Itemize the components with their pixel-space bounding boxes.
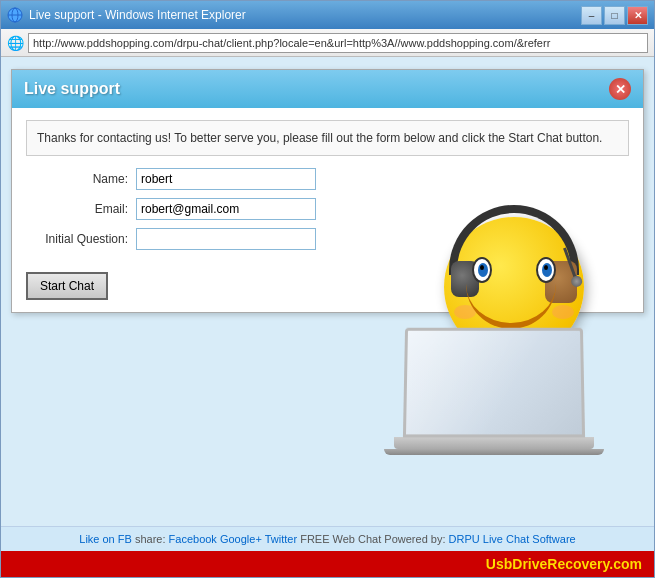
start-chat-button[interactable]: Start Chat <box>26 272 108 300</box>
footer-bar: Like on FB share: Facebook Google+ Twitt… <box>1 526 654 551</box>
googleplus-link[interactable]: Google+ <box>220 533 262 545</box>
content-area: Live support ✕ Thanks for contacting us!… <box>1 57 654 551</box>
minimize-button[interactable]: – <box>581 6 602 25</box>
pupil-right <box>542 263 552 277</box>
name-label: Name: <box>26 172 136 186</box>
drpu-link[interactable]: DRPU Live Chat Software <box>449 533 576 545</box>
name-input[interactable] <box>136 168 316 190</box>
mic-arm <box>563 247 578 281</box>
like-fb-link[interactable]: Like on FB <box>79 533 132 545</box>
cheek-right <box>552 305 574 319</box>
twitter-link[interactable]: Twitter <box>265 533 297 545</box>
close-window-button[interactable]: ✕ <box>627 6 648 25</box>
maximize-button[interactable]: □ <box>604 6 625 25</box>
mic-tip <box>570 274 584 288</box>
browser-icon <box>7 7 23 23</box>
name-row: Name: <box>26 168 629 190</box>
panel-header: Live support ✕ <box>12 70 643 108</box>
browser-window: Live support - Windows Internet Explorer… <box>0 0 655 578</box>
info-text: Thanks for contacting us! To better serv… <box>26 120 629 156</box>
window-controls: – □ ✕ <box>581 6 648 25</box>
question-label: Initial Question: <box>26 232 136 246</box>
address-bar: 🌐 <box>1 29 654 57</box>
eye-left <box>472 257 492 283</box>
question-input[interactable] <box>136 228 316 250</box>
mascot-area <box>334 197 634 537</box>
email-input[interactable] <box>136 198 316 220</box>
laptop-screen <box>403 328 585 438</box>
title-bar: Live support - Windows Internet Explorer… <box>1 1 654 29</box>
address-input[interactable] <box>28 33 648 53</box>
brand-name: UsbDriveRecovery <box>486 556 609 572</box>
brand-bar: UsbDriveRecovery.com <box>1 551 654 577</box>
panel-close-button[interactable]: ✕ <box>609 78 631 100</box>
laptop-base <box>394 437 594 449</box>
pupil-left <box>478 263 488 277</box>
share-label: share: <box>135 533 166 545</box>
headset-band <box>449 205 579 275</box>
powered-by-label: FREE Web Chat Powered by: <box>300 533 445 545</box>
email-label: Email: <box>26 202 136 216</box>
window-title: Live support - Windows Internet Explorer <box>29 8 575 22</box>
laptop-bottom <box>384 449 604 455</box>
smile <box>466 284 556 329</box>
brand-domain: .com <box>609 556 642 572</box>
eye-right <box>536 257 556 283</box>
brand-text: UsbDriveRecovery.com <box>486 556 642 572</box>
page-icon: 🌐 <box>7 35 24 51</box>
laptop <box>384 327 604 477</box>
panel-title: Live support <box>24 80 120 98</box>
facebook-link[interactable]: Facebook <box>169 533 217 545</box>
